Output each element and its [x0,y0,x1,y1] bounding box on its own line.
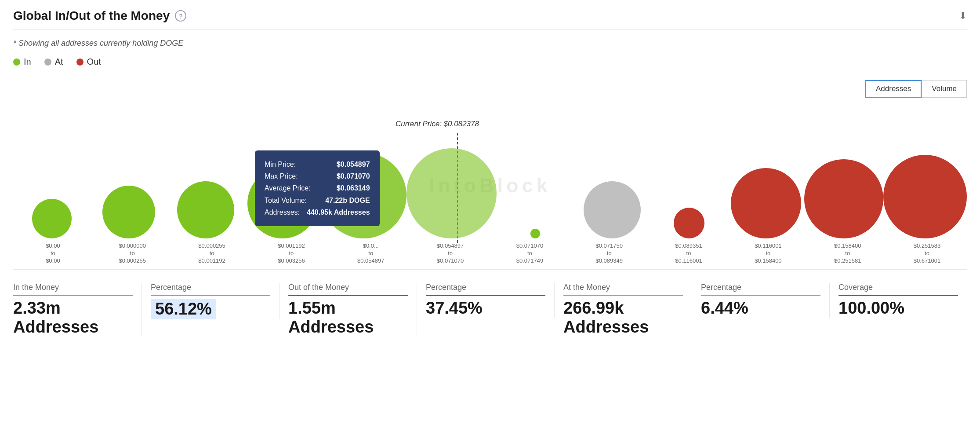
tooltip-total-vol: Total Volume: 47.22b DOGE [265,194,370,206]
header-left: Global In/Out of the Money ? [13,9,186,23]
stat-value-out-pct: 37.45% [426,299,545,318]
addresses-toggle-btn[interactable]: Addresses [865,80,922,98]
bubble-col-10 [804,133,883,238]
stat-label-out: Out of the Money [288,283,408,296]
stat-label-in-pct: Percentage [151,283,270,296]
stat-value-at: 266.99k Addresses [563,299,683,337]
tooltip-addresses: Addresses: 440.95k Addresses [265,206,370,218]
xaxis-9: $0.116001to$0.158400 [728,242,808,265]
tooltip-vol-label: Total Volume: [265,194,307,206]
xaxis-4: $0.0...to$0.054897 [331,242,410,265]
bubble-11 [883,155,967,238]
stat-label-out-pct: Percentage [426,283,545,296]
stat-value-in: 2.33m Addresses [13,299,133,337]
stat-label-coverage: Coverage [838,283,958,296]
download-icon[interactable]: ⬇ [959,10,967,22]
volume-toggle-btn[interactable]: Volume [922,80,967,98]
xaxis-7: $0.071750to$0.089349 [570,242,649,265]
legend-dot-gray [44,59,51,66]
stat-in-the-money: In the Money 2.33m Addresses [13,283,142,337]
help-icon[interactable]: ? [175,10,186,22]
stat-pct-in: 56.12% [151,299,216,319]
tooltip-avg-price: Average Price: $0.063149 [265,182,370,194]
legend-dot-green [13,59,20,66]
bubble-8 [674,208,704,238]
stat-at-pct-block: Percentage 6.44% [692,283,830,318]
current-price-label: Current Price: $0.082378 [396,120,479,128]
bubble-5 [407,148,497,238]
bubble-7 [584,181,641,238]
tooltip-min-price: Min Price: $0.054897 [265,158,370,170]
stat-value-coverage: 100.00% [838,299,958,318]
chart-area: Current Price: $0.082378 IntoBlock [13,106,967,265]
bubble-6 [530,229,540,238]
toggle-buttons: Addresses Volume [13,80,967,98]
tooltip-avg-label: Average Price: [265,182,311,194]
xaxis-8: $0.089351to$0.116001 [649,242,729,265]
bubble-10 [804,159,883,238]
bubble-col-5 [407,133,497,238]
legend-label-out: Out [87,57,101,67]
bubble-col-2 [167,133,244,238]
legend-label-at: At [55,57,63,67]
legend-label-in: In [24,57,31,67]
stats-row: In the Money 2.33m Addresses Percentage … [13,283,967,337]
tooltip-addr-val: 440.95k Addresses [307,206,370,218]
subtitle: * Showing all addresses currently holdin… [13,39,967,48]
tooltip: Min Price: $0.054897 Max Price: $0.07107… [255,150,380,226]
bubble-0 [32,199,72,238]
xaxis-2: $0.000255to$0.001192 [172,242,252,265]
stat-at-the-money: At the Money 266.99k Addresses [555,283,692,337]
xaxis-3: $0.001192to$0.003256 [251,242,331,265]
bubble-col-6 [497,133,573,238]
tooltip-min-val: $0.054897 [337,158,370,170]
stat-value-out: 1.55m Addresses [288,299,408,337]
bubble-col-11 [883,133,967,238]
stat-label-in: In the Money [13,283,133,296]
bubble-col-9 [727,133,804,238]
bubble-2 [177,181,234,238]
stat-out-pct-block: Percentage 37.45% [417,283,555,318]
stat-value-in-pct: 56.12% [151,299,270,319]
tooltip-max-val: $0.071070 [337,170,370,182]
bubble-9 [731,168,801,238]
xaxis-6: $0.071070to$0.071749 [490,242,570,265]
xaxis-1: $0.000000to$0.000255 [93,242,172,265]
stat-label-at: At the Money [563,283,683,296]
xaxis-5: $0.054897to$0.071070 [410,242,490,265]
stat-coverage-block: Coverage 100.00% [830,283,967,318]
xaxis: $0.00to$0.00 $0.000000to$0.000255 $0.000… [13,242,967,265]
stat-out-the-money: Out of the Money 1.55m Addresses [279,283,417,337]
tooltip-max-price: Max Price: $0.071070 [265,170,370,182]
tooltip-addr-label: Addresses: [265,206,300,218]
legend-out: Out [76,57,101,67]
bubble-col-8 [650,133,727,238]
stat-label-at-pct: Percentage [701,283,820,296]
bubbles-container [13,133,967,243]
legend-at: At [44,57,63,67]
tooltip-max-label: Max Price: [265,170,298,182]
legend-dot-red [76,59,83,66]
xaxis-0: $0.00to$0.00 [13,242,93,265]
tooltip-avg-val: $0.063149 [337,182,370,194]
legend-in: In [13,57,31,67]
tooltip-vol-val: 47.22b DOGE [325,194,370,206]
bubble-col-0 [13,133,90,238]
stat-in-pct-block: Percentage 56.12% [142,283,279,319]
page-title: Global In/Out of the Money [13,9,170,23]
page-header: Global In/Out of the Money ? ⬇ [13,9,967,30]
xaxis-10: $0.158400to$0.251581 [808,242,887,265]
legend: In At Out [13,57,967,67]
xaxis-11: $0.251583to$0.671001 [887,242,967,265]
tooltip-min-label: Min Price: [265,158,296,170]
stat-value-at-pct: 6.44% [701,299,820,318]
bubble-col-1 [90,133,167,238]
chart-divider [13,269,967,270]
bubble-col-7 [573,133,650,238]
bubble-1 [102,186,155,238]
